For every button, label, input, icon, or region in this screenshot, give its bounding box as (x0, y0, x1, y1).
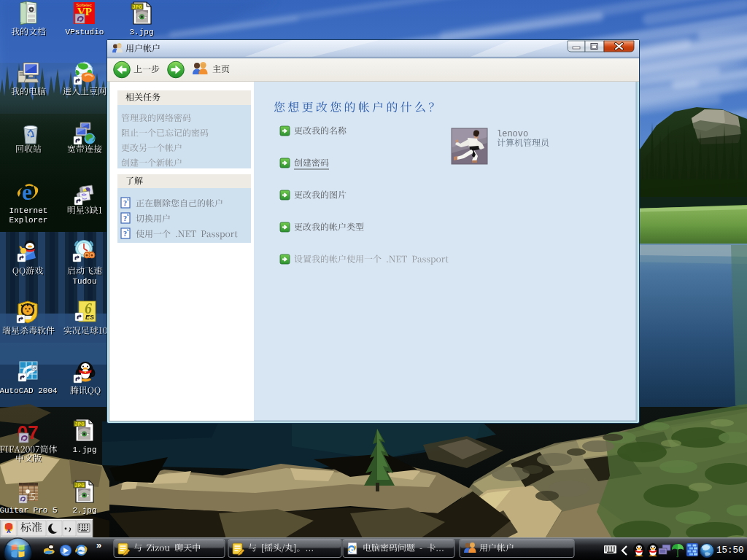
svg-text:ES: ES (85, 314, 94, 321)
svg-text:e: e (22, 179, 32, 205)
svg-text:A: A (7, 528, 11, 534)
svg-text:2.jpg: 2.jpg (72, 506, 96, 515)
svg-text:5: 5 (31, 491, 36, 502)
svg-text:VPstudio: VPstudio (66, 28, 104, 36)
svg-text:Explorer: Explorer (9, 216, 48, 225)
svg-text:?: ? (123, 199, 127, 207)
svg-text:Internet: Internet (9, 206, 48, 215)
svg-text:15:50: 15:50 (716, 545, 744, 556)
svg-text:JPG: JPG (132, 4, 142, 10)
svg-text:Tudou: Tudou (72, 277, 96, 286)
svg-text:JPG: JPG (74, 483, 85, 489)
svg-text:»: » (96, 540, 101, 551)
svg-text:lenovo: lenovo (497, 129, 528, 139)
svg-text:Guitar Pro 5: Guitar Pro 5 (0, 506, 58, 515)
svg-text:?: ? (123, 230, 127, 238)
svg-text:3.jpg: 3.jpg (129, 28, 153, 36)
svg-text:?: ? (123, 214, 127, 222)
svg-text:JPG: JPG (74, 421, 85, 427)
svg-text:1.jpg: 1.jpg (72, 446, 96, 454)
svg-text:AutoCAD 2004: AutoCAD 2004 (0, 386, 58, 395)
